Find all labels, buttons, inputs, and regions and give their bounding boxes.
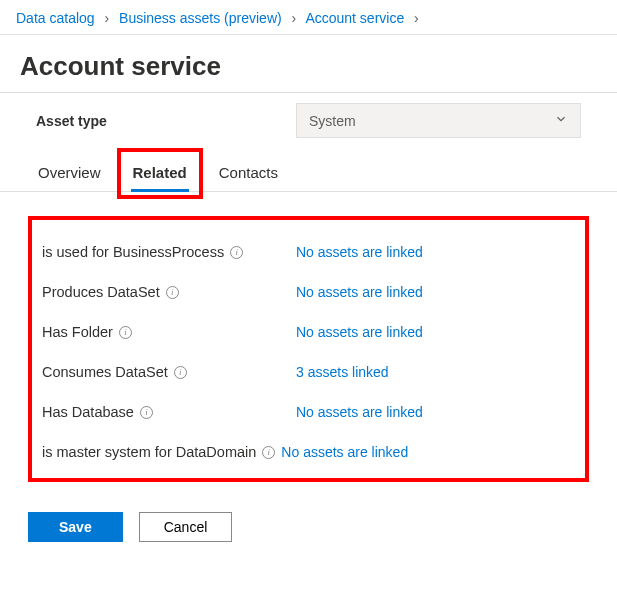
related-link[interactable]: No assets are linked [296,324,423,340]
related-link[interactable]: 3 assets linked [296,364,389,380]
asset-type-select[interactable]: System [296,103,581,138]
chevron-right-icon: › [105,10,110,26]
breadcrumb-link-business-assets[interactable]: Business assets (preview) [119,10,282,26]
save-button[interactable]: Save [28,512,123,542]
info-icon[interactable]: i [119,326,132,339]
info-icon[interactable]: i [230,246,243,259]
breadcrumb: Data catalog › Business assets (preview)… [0,0,617,34]
related-link[interactable]: No assets are linked [296,404,423,420]
related-label: Consumes DataSet [42,364,168,380]
tabs: Overview Related Contacts [0,154,617,191]
related-row: Consumes DataSet i 3 assets linked [42,352,575,392]
cancel-button[interactable]: Cancel [139,512,233,542]
tab-contacts[interactable]: Contacts [217,154,280,191]
related-row: Has Folder i No assets are linked [42,312,575,352]
related-label: is used for BusinessProcess [42,244,224,260]
tab-overview[interactable]: Overview [36,154,103,191]
info-icon[interactable]: i [262,446,275,459]
related-panel: is used for BusinessProcess i No assets … [28,216,589,482]
related-row: Has Database i No assets are linked [42,392,575,432]
related-label: Has Database [42,404,134,420]
related-link[interactable]: No assets are linked [296,284,423,300]
info-icon[interactable]: i [140,406,153,419]
chevron-right-icon: › [414,10,419,26]
asset-type-row: Asset type System [0,93,617,154]
page-title: Account service [0,35,617,92]
related-row: Produces DataSet i No assets are linked [42,272,575,312]
chevron-right-icon: › [292,10,297,26]
breadcrumb-link-account-service[interactable]: Account service [305,10,404,26]
tab-related[interactable]: Related [131,154,189,191]
related-row: is used for BusinessProcess i No assets … [42,232,575,272]
related-link[interactable]: No assets are linked [281,444,408,460]
info-icon[interactable]: i [174,366,187,379]
related-label: Produces DataSet [42,284,160,300]
asset-type-value: System [309,113,356,129]
button-bar: Save Cancel [0,482,617,564]
related-label: Has Folder [42,324,113,340]
chevron-down-icon [554,112,568,129]
divider [0,191,617,192]
info-icon[interactable]: i [166,286,179,299]
related-row: is master system for DataDomain i No ass… [42,432,575,472]
related-label: is master system for DataDomain [42,444,256,460]
related-link[interactable]: No assets are linked [296,244,423,260]
asset-type-label: Asset type [36,113,276,129]
breadcrumb-link-catalog[interactable]: Data catalog [16,10,95,26]
